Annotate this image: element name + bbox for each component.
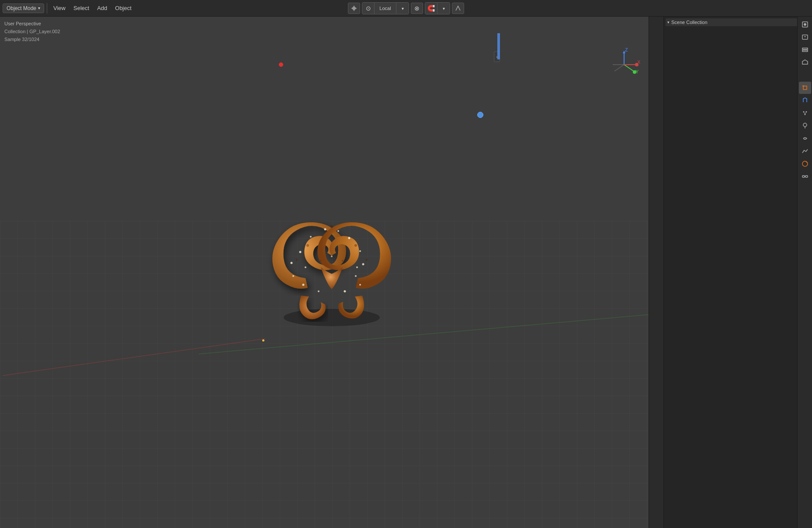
svg-point-11: [359, 250, 361, 252]
svg-point-25: [296, 259, 298, 261]
svg-point-27: [330, 225, 333, 228]
svg-line-36: [614, 65, 624, 71]
svg-point-17: [318, 290, 319, 292]
svg-point-20: [331, 255, 333, 257]
properties-panel: Scene: [663, 0, 812, 528]
svg-point-28: [320, 260, 322, 262]
snap-with-icon[interactable]: ▾: [437, 3, 450, 14]
svg-point-19: [359, 284, 361, 286]
object-properties-icon[interactable]: [799, 82, 811, 94]
shader-properties-icon[interactable]: [799, 170, 811, 183]
menu-add[interactable]: Add: [94, 3, 111, 13]
svg-rect-64: [805, 176, 808, 177]
scene-collection-header[interactable]: ▾ Scene Collection: [666, 18, 810, 26]
sample-text: Sample 32/1024: [4, 37, 39, 42]
axis-orientation-widget[interactable]: Z Y X: [607, 47, 642, 82]
top-center-controls: ⊙ Local ▾ ⊗ 🧲 ▾: [348, 0, 464, 17]
pivot-chevron[interactable]: ▾: [396, 3, 409, 14]
proportional-edit-icon[interactable]: ⊗: [411, 3, 423, 14]
svg-point-6: [299, 251, 302, 253]
view-layer-icon[interactable]: [799, 44, 811, 56]
viewport-label-collection: Collection | GP_Layer.002: [4, 29, 60, 34]
pivot-label[interactable]: Local: [375, 3, 396, 14]
top-menu-bar: Object Mode ▾ View Select Add Object ⊙ L…: [0, 0, 812, 17]
viewport-label-mode: User Perspective: [4, 21, 41, 26]
scene-properties-icon[interactable]: [799, 56, 811, 69]
svg-line-32: [624, 65, 634, 71]
scene-section: ▾ Scene Collection: [666, 18, 810, 26]
z-dot-center: [262, 339, 264, 342]
active-panel-indicator: [497, 33, 500, 59]
mode-selector-chevron: ▾: [38, 6, 40, 10]
svg-point-7: [310, 236, 312, 238]
svg-point-21: [305, 266, 306, 268]
world-properties-icon[interactable]: [799, 69, 811, 81]
material-properties-icon[interactable]: [799, 158, 811, 170]
menu-select[interactable]: Select: [70, 3, 93, 13]
svg-point-12: [362, 263, 364, 265]
svg-point-26: [366, 259, 368, 261]
collection-text: Collection | GP_Layer.002: [4, 29, 60, 34]
separator-1: [47, 3, 47, 14]
viewport-label-sample: Sample 32/1024: [4, 37, 39, 42]
svg-point-5: [284, 309, 380, 326]
data-properties-icon[interactable]: [799, 145, 811, 157]
menu-view[interactable]: View: [50, 3, 69, 13]
mode-selector-label: Object Mode: [7, 5, 36, 11]
magnet-icon[interactable]: 🧲: [425, 3, 437, 14]
pivot-group[interactable]: ⊙ Local ▾: [362, 2, 409, 14]
svg-point-18: [344, 290, 346, 292]
properties-body: ▾ Scene Collection: [664, 17, 812, 528]
modifier-properties-icon[interactable]: [799, 94, 811, 107]
svg-rect-49: [802, 35, 808, 39]
render-properties-icon[interactable]: [799, 18, 811, 31]
svg-point-8: [324, 228, 326, 230]
output-properties-icon[interactable]: [799, 31, 811, 43]
svg-rect-54: [802, 85, 804, 87]
svg-line-58: [804, 112, 805, 114]
pretzel-3d-object: [262, 191, 402, 339]
scene-collection-label: Scene Collection: [671, 20, 708, 25]
svg-point-60: [803, 123, 807, 127]
svg-point-9: [337, 230, 339, 232]
expand-icon: ▾: [667, 20, 670, 24]
snap-group[interactable]: 🧲 ▾: [425, 2, 450, 14]
pivot-icon[interactable]: ⊙: [362, 3, 375, 14]
svg-point-48: [804, 23, 806, 26]
svg-point-15: [292, 275, 294, 277]
svg-point-23: [306, 244, 309, 247]
svg-rect-51: [802, 48, 808, 49]
constraints-properties-icon[interactable]: [799, 132, 811, 145]
snap-icon[interactable]: [348, 3, 360, 14]
particles-properties-icon[interactable]: [799, 107, 811, 119]
render-dot-indicator: [279, 62, 283, 67]
svg-point-14: [291, 262, 293, 264]
viewport-nav-dot[interactable]: [477, 112, 483, 118]
y-axis-label: Y: [635, 69, 639, 74]
transform-orientations-icon[interactable]: [452, 3, 464, 14]
physics-properties-icon[interactable]: [799, 120, 811, 132]
svg-point-10: [348, 237, 350, 239]
mode-selector[interactable]: Object Mode ▾: [3, 3, 44, 13]
properties-icon-tabs: [797, 17, 812, 528]
svg-point-16: [302, 283, 305, 286]
viewport-3d[interactable]: User Perspective Collection | GP_Layer.0…: [0, 17, 663, 528]
svg-point-13: [355, 275, 357, 277]
svg-point-24: [354, 244, 357, 247]
z-axis-label: Z: [625, 47, 628, 52]
right-side-icon-tabs: ›: [649, 17, 663, 528]
svg-rect-63: [802, 176, 805, 177]
x-axis-label: X: [637, 59, 641, 65]
svg-point-29: [342, 260, 344, 262]
svg-rect-52: [802, 50, 808, 52]
viewport-perspective-label: User Perspective: [4, 21, 41, 26]
menu-object[interactable]: Object: [111, 3, 135, 13]
svg-point-22: [356, 266, 358, 268]
svg-line-59: [805, 112, 806, 114]
